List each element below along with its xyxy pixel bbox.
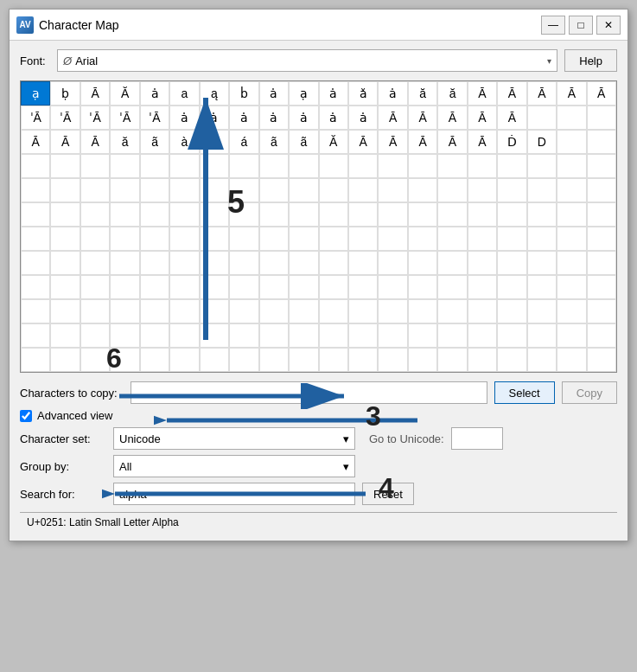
char-cell[interactable] — [437, 202, 467, 227]
char-cell[interactable] — [289, 348, 318, 372]
char-cell[interactable] — [80, 348, 110, 372]
char-cell[interactable]: Ā — [408, 130, 437, 154]
char-cell[interactable]: ă — [408, 81, 437, 106]
char-cell[interactable] — [169, 323, 199, 348]
char-cell[interactable]: ȧ — [348, 106, 378, 130]
char-cell[interactable]: ǎ — [348, 81, 378, 106]
char-cell[interactable] — [557, 299, 586, 323]
char-cell[interactable] — [140, 323, 169, 348]
char-cell[interactable] — [259, 275, 289, 299]
char-cell[interactable] — [50, 299, 80, 323]
char-cell[interactable] — [21, 227, 50, 251]
char-cell[interactable] — [229, 299, 258, 323]
char-cell[interactable] — [110, 154, 139, 178]
char-cell[interactable]: Ă — [110, 81, 139, 106]
char-cell[interactable] — [497, 299, 526, 323]
char-cell[interactable] — [259, 178, 289, 202]
char-cell[interactable] — [408, 178, 437, 202]
char-cell[interactable] — [169, 275, 199, 299]
char-cell[interactable] — [200, 251, 229, 275]
char-cell[interactable] — [169, 251, 199, 275]
char-cell[interactable]: ą — [200, 81, 229, 106]
char-cell[interactable] — [497, 154, 526, 178]
char-cell[interactable] — [378, 323, 407, 348]
char-cell[interactable] — [348, 154, 378, 178]
char-cell[interactable] — [468, 275, 497, 299]
char-cell[interactable] — [110, 299, 139, 323]
char-cell[interactable] — [319, 202, 348, 227]
char-cell[interactable] — [557, 202, 586, 227]
char-cell[interactable] — [289, 275, 318, 299]
char-cell[interactable] — [378, 227, 407, 251]
char-cell[interactable] — [378, 251, 407, 275]
char-cell[interactable] — [319, 154, 348, 178]
char-cell[interactable] — [200, 227, 229, 251]
char-cell[interactable]: ȧ — [229, 106, 258, 130]
char-cell[interactable] — [468, 251, 497, 275]
char-cell[interactable] — [50, 178, 80, 202]
chars-to-copy-input[interactable] — [131, 381, 487, 404]
advanced-view-checkbox[interactable] — [20, 410, 32, 422]
char-cell[interactable] — [497, 251, 526, 275]
char-cell[interactable] — [229, 227, 258, 251]
char-cell[interactable] — [50, 348, 80, 372]
char-cell[interactable]: Ā — [468, 130, 497, 154]
char-cell[interactable] — [80, 299, 110, 323]
char-cell[interactable] — [527, 227, 557, 251]
char-cell[interactable] — [348, 202, 378, 227]
char-cell[interactable] — [169, 178, 199, 202]
char-cell[interactable] — [319, 323, 348, 348]
char-cell[interactable] — [21, 323, 50, 348]
close-button[interactable]: ✕ — [596, 16, 621, 35]
char-cell[interactable] — [289, 299, 318, 323]
char-cell[interactable] — [21, 251, 50, 275]
char-cell[interactable] — [169, 202, 199, 227]
char-cell[interactable]: Ā — [527, 81, 557, 106]
help-button[interactable]: Help — [564, 49, 617, 72]
char-cell[interactable] — [140, 178, 169, 202]
char-cell[interactable]: ˈĀ — [21, 106, 50, 130]
char-cell[interactable] — [497, 227, 526, 251]
char-cell[interactable] — [587, 154, 616, 178]
char-cell[interactable] — [527, 202, 557, 227]
char-cell[interactable] — [587, 275, 616, 299]
char-cell[interactable] — [348, 323, 378, 348]
char-cell[interactable] — [140, 154, 169, 178]
char-cell[interactable]: Ā — [557, 81, 586, 106]
advanced-view-label[interactable]: Advanced view — [37, 409, 112, 422]
char-cell[interactable] — [200, 299, 229, 323]
char-cell[interactable] — [80, 251, 110, 275]
char-cell[interactable] — [378, 154, 407, 178]
char-cell[interactable]: ḅ — [50, 81, 80, 106]
char-cell[interactable] — [50, 323, 80, 348]
char-cell[interactable]: Ā — [587, 81, 616, 106]
char-cell[interactable] — [557, 251, 586, 275]
char-cell[interactable] — [50, 275, 80, 299]
char-cell[interactable] — [229, 154, 258, 178]
char-cell[interactable] — [80, 323, 110, 348]
char-cell[interactable] — [348, 348, 378, 372]
char-cell[interactable] — [557, 323, 586, 348]
char-cell[interactable]: ȧ — [259, 81, 289, 106]
char-cell[interactable]: D — [527, 130, 557, 154]
char-cell[interactable]: ã — [140, 130, 169, 154]
char-cell[interactable]: ă — [110, 130, 139, 154]
char-cell[interactable] — [527, 323, 557, 348]
char-cell[interactable] — [437, 275, 467, 299]
char-cell[interactable] — [80, 154, 110, 178]
char-cell[interactable]: Ḋ — [497, 130, 526, 154]
char-cell[interactable] — [557, 106, 586, 130]
char-cell[interactable] — [259, 299, 289, 323]
char-cell[interactable]: ȧ — [259, 106, 289, 130]
char-cell[interactable] — [110, 275, 139, 299]
char-cell[interactable] — [80, 178, 110, 202]
char-cell[interactable] — [587, 106, 616, 130]
copy-button[interactable]: Copy — [562, 381, 617, 404]
char-cell[interactable] — [289, 202, 318, 227]
char-cell[interactable] — [21, 202, 50, 227]
char-cell[interactable] — [110, 323, 139, 348]
char-cell[interactable] — [348, 251, 378, 275]
char-cell[interactable]: Ā — [468, 81, 497, 106]
char-cell[interactable] — [21, 178, 50, 202]
char-cell[interactable]: ȧ — [319, 106, 348, 130]
